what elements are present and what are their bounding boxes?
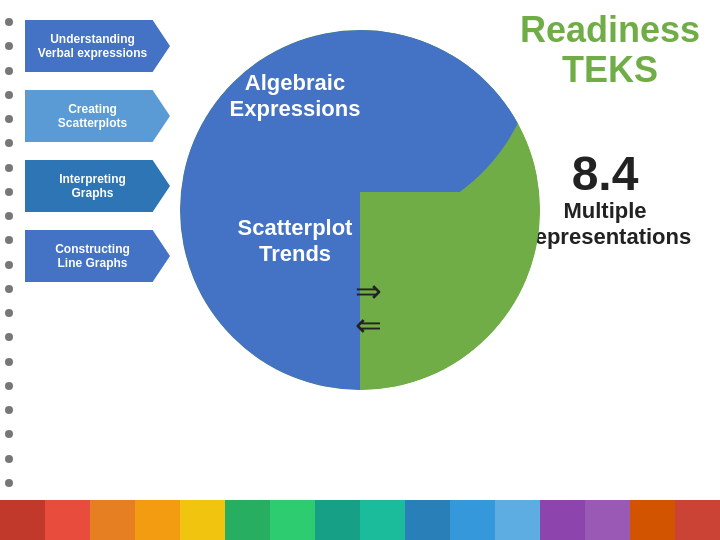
arrow-left-icon: ⇐ — [355, 309, 382, 341]
arrow-label-1: UnderstandingVerbal expressions — [38, 32, 147, 61]
readiness-line2: TEKS — [562, 49, 658, 90]
scatterplot-line2: Trends — [259, 241, 331, 266]
algebraic-expressions-text: Algebraic Expressions — [200, 70, 390, 123]
colorbar-9 — [360, 500, 405, 540]
arrow-right-icon: ⇒ — [355, 275, 382, 307]
colorbar-4 — [135, 500, 180, 540]
colorbar-2 — [45, 500, 90, 540]
colorbar-5 — [180, 500, 225, 540]
arrow-shape-interpreting: InterpretingGraphs — [25, 160, 170, 212]
colorbar-1 — [0, 500, 45, 540]
arrow-shape-understanding: UnderstandingVerbal expressions — [25, 20, 170, 72]
colorbar-11 — [450, 500, 495, 540]
arrow-label-3: InterpretingGraphs — [59, 172, 126, 201]
arrow-shape-constructing: ConstructingLine Graphs — [25, 230, 170, 282]
colorbar-7 — [270, 500, 315, 540]
arrow-item-4: ConstructingLine Graphs — [25, 230, 185, 282]
big-circle: Algebraic Expressions Scatterplot Trends… — [180, 30, 540, 390]
arrow-item-1: UnderstandingVerbal expressions — [25, 20, 185, 72]
main-content: Readiness TEKS 8.4 MultipleRepresentatio… — [25, 10, 720, 500]
arrows-column: UnderstandingVerbal expressions Creating… — [25, 20, 185, 282]
arrow-item-2: CreatingScatterplots — [25, 90, 185, 142]
scatterplot-trends-text: Scatterplot Trends — [200, 215, 390, 268]
circle-container: Algebraic Expressions Scatterplot Trends… — [180, 10, 560, 470]
colorbar-13 — [540, 500, 585, 540]
scatterplot-line1: Scatterplot — [238, 215, 353, 240]
colorbar-10 — [405, 500, 450, 540]
arrow-label-4: ConstructingLine Graphs — [55, 242, 130, 271]
left-decoration — [5, 10, 13, 495]
colorbar-6 — [225, 500, 270, 540]
arrow-label-2: CreatingScatterplots — [58, 102, 127, 131]
colorbar-8 — [315, 500, 360, 540]
arrow-item-3: InterpretingGraphs — [25, 160, 185, 212]
colorbar-14 — [585, 500, 630, 540]
colorbar-3 — [90, 500, 135, 540]
colorbar-16 — [675, 500, 720, 540]
algebraic-line1: Algebraic — [245, 70, 345, 95]
color-bar — [0, 500, 720, 540]
arrow-shape-creating: CreatingScatterplots — [25, 90, 170, 142]
colorbar-12 — [495, 500, 540, 540]
double-arrow: ⇒ ⇐ — [355, 275, 382, 341]
colorbar-15 — [630, 500, 675, 540]
algebraic-line2: Expressions — [230, 96, 361, 121]
